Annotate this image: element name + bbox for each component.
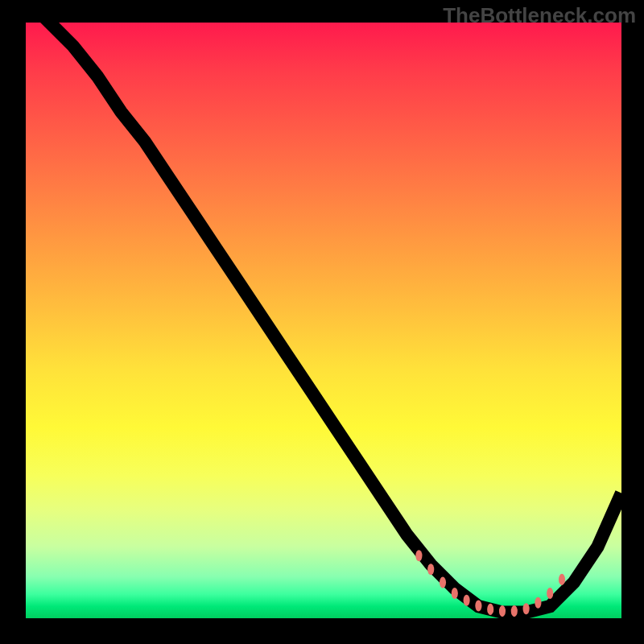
watermark-text: TheBottleneck.com — [443, 3, 636, 28]
marker-dot — [559, 574, 565, 585]
marker-dot — [427, 564, 434, 575]
marker-dot — [547, 588, 553, 599]
marker-dot — [499, 605, 506, 617]
marker-dot — [415, 550, 422, 561]
series-curve — [26, 23, 621, 613]
marker-dot — [464, 595, 470, 606]
chart-svg — [26, 23, 621, 618]
marker-dot — [523, 603, 530, 614]
marker-dot — [511, 605, 518, 617]
marker-dot — [487, 604, 493, 615]
plot-area — [26, 23, 621, 618]
chart-container: TheBottleneck.com — [0, 0, 644, 644]
marker-dot — [440, 577, 446, 588]
marker-dot — [535, 597, 541, 609]
marker-dot — [475, 600, 481, 611]
marker-dot — [452, 588, 458, 599]
